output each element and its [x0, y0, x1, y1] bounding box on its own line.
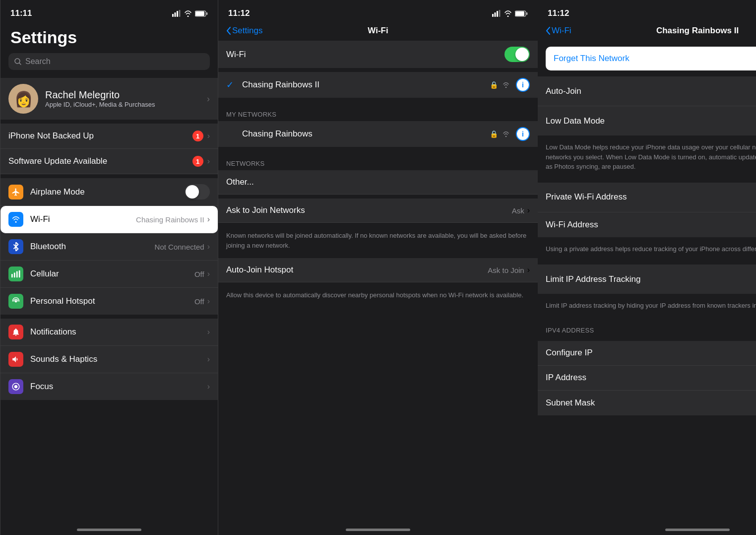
- wifi-nav-title: Wi-Fi: [368, 26, 388, 36]
- bluetooth-value: Not Connected: [155, 243, 204, 251]
- ipv4-section-header: IPV4 ADDRESS: [538, 318, 756, 337]
- wifi-lock-icon-1: 🔒: [490, 130, 498, 138]
- ask-join-value: Ask: [512, 206, 524, 215]
- connected-network-group: ✓ Chasing Rainbows II 🔒 i: [218, 72, 538, 98]
- ask-join-chevron: ›: [527, 206, 530, 215]
- settings-panel: 11:11 Settings: [0, 0, 218, 535]
- back-chevron-icon: [226, 27, 231, 35]
- wifi-back-label: Wi-Fi: [552, 26, 571, 36]
- low-data-detail-row[interactable]: Low Data Mode: [538, 106, 756, 135]
- wifi-main-toggle[interactable]: [504, 47, 530, 62]
- ipv4-group: Configure IP Automatic › IP Address 192.…: [538, 341, 756, 415]
- bottom-bar-1: [0, 525, 218, 531]
- bottom-bar-3: [538, 525, 756, 531]
- home-indicator-1: [77, 529, 141, 531]
- sounds-icon: [11, 355, 20, 364]
- settings-row-hotspot[interactable]: Personal Hotspot Off ›: [0, 288, 218, 315]
- svg-rect-9: [11, 274, 13, 277]
- alerts-group: iPhone Not Backed Up 1 › Software Update…: [0, 124, 218, 174]
- detail-nav-title: Chasing Rainbows II: [656, 26, 739, 36]
- subnet-mask-row: Subnet Mask 255.255.255.0: [538, 391, 756, 415]
- alert-backup-label: iPhone Not Backed Up: [8, 131, 192, 141]
- alert-row-backup[interactable]: iPhone Not Backed Up 1 ›: [0, 124, 218, 149]
- alert-software-label: Software Update Available: [8, 156, 192, 166]
- wifi-icon-box: [8, 212, 23, 227]
- svg-rect-3: [179, 10, 181, 17]
- forget-network-label: Forget This Network: [554, 54, 630, 63]
- profile-subtitle: Apple ID, iCloud+, Media & Purchases: [45, 101, 155, 108]
- airplane-icon: [11, 188, 20, 197]
- wifi-address-label: Wi-Fi Address: [546, 220, 756, 230]
- my-networks-label: MY NETWORKS: [218, 102, 538, 121]
- hotspot-icon: [11, 297, 20, 306]
- hotspot-chevron: ›: [207, 297, 210, 306]
- settings-back-button[interactable]: Settings: [226, 26, 262, 36]
- settings-row-wifi[interactable]: Wi-Fi Chasing Rainbows II ›: [0, 206, 218, 233]
- limit-ip-row[interactable]: Limit IP Address Tracking: [538, 265, 756, 294]
- connectivity-group: Airplane Mode Wi-Fi Chasing Rainbows II …: [0, 178, 218, 315]
- network-detail-panel: 11:12 Wi-Fi: [538, 0, 756, 535]
- wifi-other-row[interactable]: Other...: [218, 170, 538, 195]
- bluetooth-label: Bluetooth: [30, 242, 155, 252]
- airplane-toggle[interactable]: [185, 184, 210, 200]
- ask-join-label: Ask to Join Networks: [226, 205, 512, 215]
- ip-address-label: IP Address: [546, 373, 756, 383]
- search-bar[interactable]: Search: [8, 53, 210, 70]
- wifi-panel: 11:12 Settings: [218, 0, 538, 535]
- wifi-toggle-label: Wi-Fi: [226, 50, 504, 60]
- wifi-address-row: Wi-Fi Address FA:58:19:17:3E:FE: [538, 212, 756, 237]
- svg-rect-0: [172, 14, 174, 17]
- wifi-row-connected[interactable]: ✓ Chasing Rainbows II 🔒 i: [218, 72, 538, 98]
- ask-join-description: Known networks will be joined automatica…: [218, 227, 538, 258]
- svg-rect-5: [195, 11, 204, 16]
- sounds-icon-box: [8, 352, 23, 367]
- ask-join-row[interactable]: Ask to Join Networks Ask ›: [218, 199, 538, 223]
- signal-icon: [172, 10, 181, 17]
- notifications-icon-box: [8, 325, 23, 339]
- svg-rect-10: [14, 272, 15, 277]
- cellular-label: Cellular: [30, 269, 194, 279]
- settings-row-focus[interactable]: Focus ›: [0, 373, 218, 400]
- hotspot-icon-box: [8, 294, 23, 309]
- profile-row[interactable]: 👩 Rachel Melegrito Apple ID, iCloud+, Me…: [0, 78, 218, 120]
- svg-rect-16: [497, 11, 498, 17]
- settings-row-airplane[interactable]: Airplane Mode: [0, 178, 218, 206]
- wifi-back-button[interactable]: Wi-Fi: [546, 26, 571, 36]
- home-indicator-2: [346, 529, 410, 531]
- search-icon: [14, 58, 21, 65]
- wifi-chevron: ›: [207, 215, 210, 224]
- wifi-info-button-connected[interactable]: i: [516, 78, 530, 92]
- wifi-info-button-1[interactable]: i: [516, 127, 530, 141]
- settings-row-sounds[interactable]: Sounds & Haptics ›: [0, 346, 218, 373]
- limit-ip-description: Limit IP address tracking by hiding your…: [538, 298, 756, 318]
- back-chevron-icon-3: [546, 27, 551, 35]
- wifi-connected-name: Chasing Rainbows II: [242, 80, 490, 90]
- private-wifi-label: Private Wi-Fi Address: [546, 192, 756, 202]
- forget-network-button[interactable]: Forget This Network: [546, 47, 756, 70]
- settings-row-cellular[interactable]: Cellular Off ›: [0, 261, 218, 288]
- ask-join-group: Ask to Join Networks Ask ›: [218, 199, 538, 223]
- bluetooth-icon-box: [8, 239, 23, 254]
- wifi-status-icon: [184, 10, 192, 17]
- status-icons-2: [492, 10, 528, 17]
- private-wifi-row[interactable]: Private Wi-Fi Address: [538, 183, 756, 212]
- auto-join-row[interactable]: Auto-Join Hotspot Ask to Join ›: [218, 258, 538, 282]
- alert-backup-badge: 1: [192, 131, 203, 141]
- settings-row-notifications[interactable]: Notifications ›: [0, 319, 218, 346]
- sounds-label: Sounds & Haptics: [30, 354, 207, 364]
- svg-rect-1: [175, 12, 176, 17]
- auto-join-detail-row[interactable]: Auto-Join: [538, 76, 756, 106]
- signal-icon-2: [492, 10, 501, 17]
- svg-rect-12: [19, 270, 20, 277]
- wifi-row-chasing-rainbows[interactable]: ✓ Chasing Rainbows 🔒 i: [218, 121, 538, 147]
- wifi-other-name: Other...: [226, 177, 254, 187]
- auto-join-value: Ask to Join: [488, 266, 524, 274]
- settings-row-bluetooth[interactable]: Bluetooth Not Connected ›: [0, 233, 218, 261]
- profile-chevron: ›: [207, 94, 210, 104]
- avatar: 👩: [8, 84, 38, 114]
- profile-name: Rachel Melegrito: [45, 89, 155, 101]
- svg-line-8: [19, 63, 21, 65]
- configure-ip-row[interactable]: Configure IP Automatic ›: [538, 341, 756, 366]
- alert-row-software[interactable]: Software Update Available 1 ›: [0, 149, 218, 174]
- wifi-toggle-row[interactable]: Wi-Fi: [218, 41, 538, 68]
